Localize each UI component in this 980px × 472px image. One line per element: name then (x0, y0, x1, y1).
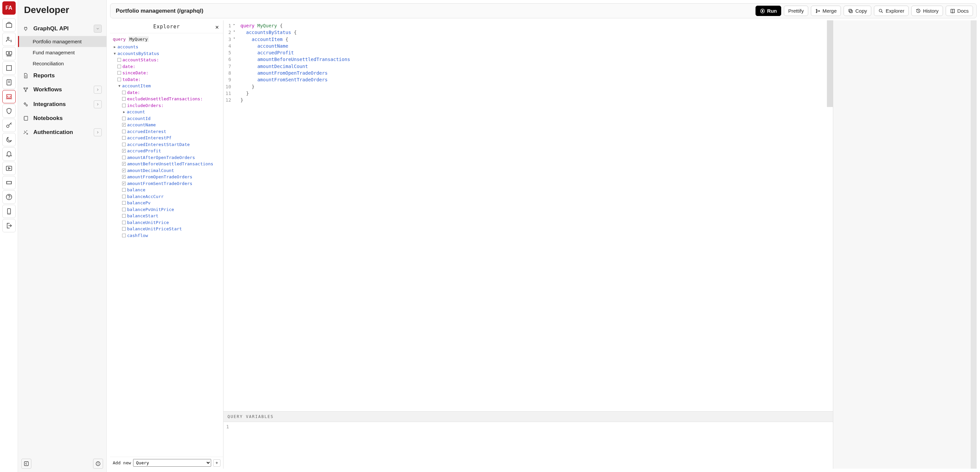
checkbox[interactable] (122, 221, 126, 224)
checkbox[interactable] (122, 214, 126, 218)
checkbox[interactable] (122, 136, 126, 140)
twist-icon[interactable]: ▶ (113, 44, 117, 49)
tree-node-amountfromopentradeorders[interactable]: amountFromOpenTradeOrders (113, 174, 221, 181)
checkbox[interactable] (122, 149, 126, 153)
nav-item-portfolio-management[interactable]: Portfolio management (18, 36, 107, 47)
tree-label[interactable]: amountAfterOpenTradeOrders (127, 154, 195, 161)
checkbox[interactable] (122, 130, 126, 133)
tree-label[interactable]: balancePvUnitPrice (127, 206, 174, 213)
tree-label[interactable]: accountItem (122, 83, 151, 89)
fold-icon[interactable] (232, 90, 235, 97)
user-money-icon[interactable]: $ (2, 33, 16, 46)
help-icon[interactable] (2, 190, 16, 204)
explorer-button[interactable]: Explorer (874, 6, 908, 16)
run-button[interactable]: Run (756, 6, 781, 16)
code-line[interactable]: accountItem { (240, 36, 350, 43)
tree-label[interactable]: balanceAccCurr (127, 193, 164, 200)
tree-label[interactable]: cashflow (127, 232, 148, 239)
checkbox[interactable] (122, 182, 126, 185)
tree-label[interactable]: toDate: (123, 76, 141, 83)
tree-label[interactable]: accountName (127, 122, 156, 128)
nav-item-fund-management[interactable]: Fund management (18, 47, 107, 58)
tree-node-sincedate[interactable]: sinceDate: (113, 70, 221, 76)
tree-label[interactable]: accruedInterestStartDate (127, 141, 190, 148)
editor-scrollbar[interactable] (827, 21, 833, 107)
prettify-button[interactable]: Prettify (784, 6, 808, 16)
building-icon[interactable] (2, 61, 16, 74)
tree-label[interactable]: balanceStart (127, 213, 158, 219)
tree-node-includeorders[interactable]: includeOrders: (113, 102, 221, 109)
tree-node-accruedintereststartdate[interactable]: accruedInterestStartDate (113, 141, 221, 148)
collapse-sidebar-button[interactable] (21, 459, 31, 469)
add-new-select[interactable]: Query (133, 459, 211, 467)
result-scrollbar[interactable] (970, 21, 977, 469)
tree-node-balancestart[interactable]: balanceStart (113, 213, 221, 219)
twist-icon[interactable]: ▼ (113, 51, 117, 56)
fold-icon[interactable] (232, 43, 235, 49)
tree-label[interactable]: excludeUnsettledTransactions: (127, 96, 203, 102)
tree-label[interactable]: includeOrders: (127, 102, 164, 109)
add-new-button[interactable]: + (213, 459, 221, 467)
key-icon[interactable] (2, 119, 16, 132)
tree-node-todate[interactable]: toDate: (113, 76, 221, 83)
bell-icon[interactable] (2, 147, 16, 161)
tree-label[interactable]: accounts (118, 44, 138, 50)
checkbox[interactable] (122, 117, 126, 120)
code-line[interactable]: accruedProfit (240, 49, 350, 56)
copy-button[interactable]: Copy (843, 6, 871, 16)
tree-node-date[interactable]: date: (113, 89, 221, 96)
banknote-grid-icon[interactable] (2, 47, 16, 60)
checkbox[interactable] (118, 58, 121, 62)
tree-label[interactable]: account (127, 109, 145, 115)
tree-node-accruedinterest[interactable]: accruedInterest (113, 128, 221, 135)
checkbox[interactable] (118, 71, 121, 74)
twist-icon[interactable]: ▶ (122, 109, 126, 114)
close-icon[interactable]: ✕ (215, 23, 219, 30)
code-line[interactable]: accountName (240, 43, 350, 49)
query-editor[interactable]: 1▸2▾3▾456789101112 query MyQuery { accou… (223, 21, 833, 411)
report-icon[interactable] (2, 76, 16, 89)
tree-label[interactable]: balance (127, 187, 145, 193)
tree-node-accruedinterestpf[interactable]: accruedInterestPf (113, 135, 221, 141)
nav-group-authentication[interactable]: Authentication (18, 125, 107, 140)
tree-node-accountitem[interactable]: ▼accountItem (113, 83, 221, 89)
chevron-right-icon[interactable] (94, 100, 102, 108)
chevron-down-icon[interactable] (94, 25, 102, 33)
fold-icon[interactable]: ▾ (232, 29, 235, 36)
tree-label[interactable]: date: (127, 89, 140, 96)
fold-icon[interactable] (232, 83, 235, 90)
code-line[interactable]: } (240, 83, 350, 90)
logout-icon[interactable] (2, 219, 16, 232)
checkbox[interactable] (122, 201, 126, 205)
checkbox[interactable] (122, 227, 126, 231)
code-laptop-icon[interactable] (2, 90, 16, 103)
checkbox[interactable] (122, 175, 126, 179)
device-icon[interactable] (2, 205, 16, 218)
tree-label[interactable]: accruedInterest (127, 128, 166, 135)
tree-node-accruedprofit[interactable]: accruedProfit (113, 148, 221, 154)
tree-label[interactable]: amountFromOpenTradeOrders (127, 174, 192, 181)
tree-node-account[interactable]: ▶account (113, 109, 221, 115)
tree-node-accountname[interactable]: accountName (113, 122, 221, 128)
tree-node-amountdecimalcount[interactable]: amountDecimalCount (113, 167, 221, 174)
tree-node-amountbeforeunsettledtransactions[interactable]: amountBeforeUnsettledTransactions (113, 161, 221, 167)
code-line[interactable]: } (240, 97, 350, 103)
twist-icon[interactable]: ▼ (118, 83, 121, 88)
code-line[interactable]: amountFromSentTradeOrders (240, 76, 350, 83)
docs-button[interactable]: Docs (946, 6, 973, 16)
checkbox[interactable] (122, 188, 126, 192)
tree-label[interactable]: balancePv (127, 200, 150, 206)
nav-group-reports[interactable]: Reports (18, 69, 107, 82)
tree-node-accountstatus[interactable]: accountStatus: (113, 57, 221, 63)
tree-label[interactable]: amountFromSentTradeOrders (127, 181, 192, 187)
tree-node-amountfromsenttradeorders[interactable]: amountFromSentTradeOrders (113, 181, 221, 187)
shield-icon[interactable] (2, 105, 16, 118)
briefcase-icon[interactable] (2, 18, 16, 32)
moon-icon[interactable] (2, 133, 16, 146)
code-line[interactable]: query MyQuery { (240, 22, 350, 29)
fold-icon[interactable]: ▸ (232, 22, 235, 29)
checkbox[interactable] (122, 169, 126, 172)
info-button[interactable] (93, 459, 103, 469)
code-line[interactable]: amountBeforeUnsettledTransactions (240, 56, 350, 63)
fold-icon[interactable] (232, 97, 235, 103)
